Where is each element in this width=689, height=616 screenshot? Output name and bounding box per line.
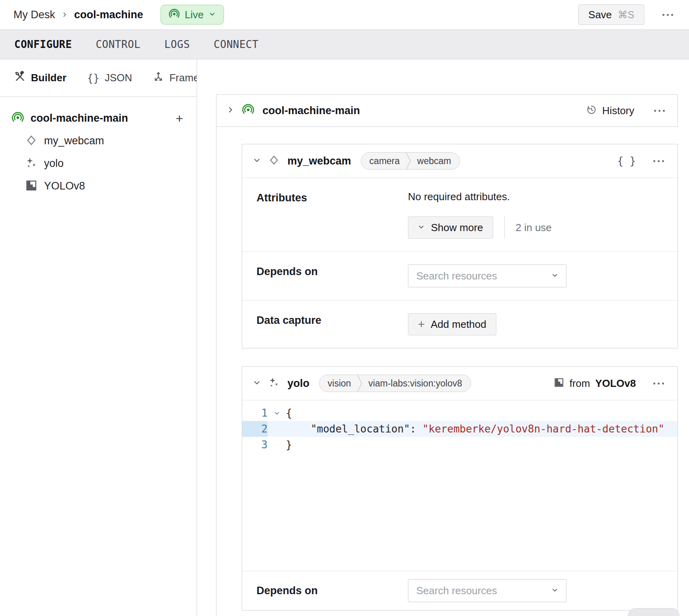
camera-type-label: camera — [364, 156, 406, 166]
tree-item-machine-main[interactable]: cool-machine-main + — [12, 107, 185, 130]
code-line[interactable]: 3 } — [242, 437, 678, 453]
history-button[interactable]: History — [586, 104, 634, 117]
depends-on-row: Depends on Search resources — [242, 252, 678, 300]
code-line[interactable]: 1 { — [242, 405, 678, 421]
tree-item-yolo[interactable]: yolo — [12, 152, 185, 175]
search-resources-placeholder: Search resources — [416, 585, 497, 597]
configure-sidebar: Builder {} JSON Frame — [0, 59, 197, 616]
attributes-in-use-count: 2 in use — [516, 222, 552, 234]
my-webcam-overflow-menu-button[interactable] — [651, 158, 666, 165]
json-colon: : — [410, 423, 422, 435]
tree-item-my-webcam[interactable]: my_webcam — [12, 130, 185, 152]
tree-item-yolo-label: yolo — [44, 157, 64, 170]
my-webcam-type-badge: camera webcam — [361, 152, 460, 170]
live-chevron-down-icon — [209, 11, 216, 19]
badge-separator-icon — [357, 375, 362, 392]
camera-component-icon — [25, 134, 37, 148]
my-webcam-card-title: my_webcam — [287, 155, 351, 167]
json-view-label: JSON — [105, 72, 132, 84]
machine-main-card: cool-machine-main History — [216, 94, 678, 127]
yolo-attributes-json-editor[interactable]: 1 { 2 "model_location": "keremberke/yolo… — [242, 400, 678, 571]
attributes-empty-text: No required attributes. — [408, 191, 662, 203]
json-string-value: "keremberke/yolov8n-hard-hat-detection" — [422, 423, 664, 435]
machine-tab-bar: CONFIGURE CONTROL LOGS CONNECT — [0, 30, 689, 59]
service-sparkles-icon — [268, 377, 279, 390]
collapse-chevron-right-icon[interactable] — [227, 106, 234, 115]
machine-main-card-title: cool-machine-main — [262, 105, 360, 117]
tab-configure[interactable]: CONFIGURE — [14, 38, 72, 50]
yolov8-model-label: viam-labs:vision:yolov8 — [362, 378, 468, 389]
save-button[interactable]: Save ⌘S — [578, 4, 644, 25]
view-mode-switcher: Builder {} JSON Frame — [0, 59, 197, 97]
code-text: { — [286, 407, 292, 419]
tree-item-yolov8-module[interactable]: YOLOv8 — [12, 175, 185, 197]
add-method-button[interactable]: + Add method — [408, 313, 496, 335]
view-mode-frame[interactable]: Frame — [153, 71, 199, 85]
code-text: "model_location": "keremberke/yolov8n-ha… — [286, 423, 664, 435]
live-broadcast-icon — [169, 9, 180, 21]
from-label: from — [569, 377, 590, 390]
depends-on-search-select[interactable]: Search resources — [408, 264, 567, 287]
breadcrumb-current: cool-machine — [74, 9, 143, 21]
data-capture-row: Data capture + Add method — [242, 300, 678, 348]
tab-logs[interactable]: LOGS — [164, 38, 190, 50]
webcam-model-label: webcam — [411, 156, 457, 166]
view-mode-builder[interactable]: Builder — [14, 71, 67, 85]
depends-on-label: Depends on — [256, 579, 408, 602]
machine-card-overflow-menu-button[interactable] — [652, 107, 667, 114]
yolo-depends-on-row: Depends on Search resources — [242, 571, 678, 610]
json-key: "model_location" — [311, 423, 410, 435]
view-mode-json[interactable]: {} JSON — [87, 72, 132, 84]
tab-connect[interactable]: CONNECT — [214, 38, 258, 50]
service-sparkles-icon — [25, 157, 37, 170]
tree-item-my-webcam-label: my_webcam — [44, 135, 104, 147]
show-more-label: Show more — [431, 222, 483, 234]
help-widget[interactable] — [628, 608, 679, 616]
machine-status-dropdown[interactable]: Live — [161, 5, 224, 25]
save-shortcut-hint: ⌘S — [618, 9, 634, 21]
tree-connector-line — [216, 127, 216, 616]
code-line-highlighted[interactable]: 2 "model_location": "keremberke/yolov8n-… — [242, 421, 678, 437]
attributes-row: Attributes No required attributes. Show … — [242, 178, 678, 252]
from-module-name: YOLOv8 — [595, 377, 636, 390]
machine-part-icon — [12, 112, 24, 125]
collapse-chevron-down-icon[interactable] — [253, 379, 260, 388]
tree-item-yolov8-label: YOLOv8 — [44, 180, 85, 192]
tab-control[interactable]: CONTROL — [96, 38, 140, 50]
depends-on-label: Depends on — [256, 264, 408, 287]
add-method-label: Add method — [431, 318, 486, 331]
badge-separator-icon — [406, 152, 411, 170]
module-icon — [25, 180, 37, 193]
show-more-button[interactable]: Show more — [408, 216, 493, 239]
line-number: 1 — [242, 405, 268, 421]
breadcrumb: My Desk cool-machine — [13, 9, 143, 21]
line-number: 2 — [242, 421, 268, 437]
breadcrumb-parent-link[interactable]: My Desk — [13, 9, 55, 21]
topbar-overflow-menu-button[interactable] — [660, 11, 676, 18]
collapse-chevron-down-icon[interactable] — [253, 157, 260, 165]
yolo-type-badge: vision viam-labs:vision:yolov8 — [319, 375, 471, 392]
builder-view-label: Builder — [31, 72, 67, 84]
save-button-label: Save — [588, 9, 612, 21]
camera-component-icon — [268, 155, 279, 167]
tools-icon — [14, 71, 26, 85]
breadcrumb-chevron-icon — [61, 11, 68, 18]
select-chevron-down-icon — [551, 272, 558, 280]
my-webcam-card-header: my_webcam camera webcam { } — [242, 144, 678, 178]
search-resources-placeholder: Search resources — [416, 270, 497, 282]
json-mode-toggle-icon[interactable]: { } — [617, 155, 636, 167]
from-module-link[interactable]: from YOLOv8 — [554, 377, 636, 390]
fold-chevron-icon[interactable] — [268, 410, 286, 416]
top-bar: My Desk cool-machine Live Save ⌘S — [0, 0, 689, 30]
vision-type-label: vision — [322, 378, 357, 389]
machine-part-icon — [242, 104, 254, 117]
chevron-down-icon — [418, 224, 425, 231]
add-resource-button[interactable]: + — [174, 112, 185, 125]
module-icon — [554, 377, 564, 389]
tree-item-machine-main-label: cool-machine-main — [31, 112, 167, 124]
yolo-card: yolo vision viam-labs:vision:yolov8 from… — [242, 366, 678, 610]
yolo-overflow-menu-button[interactable] — [651, 380, 666, 387]
depends-on-search-select[interactable]: Search resources — [408, 579, 567, 602]
data-capture-label: Data capture — [256, 313, 408, 335]
resource-tree: cool-machine-main + my_webcam yolo — [0, 97, 197, 197]
